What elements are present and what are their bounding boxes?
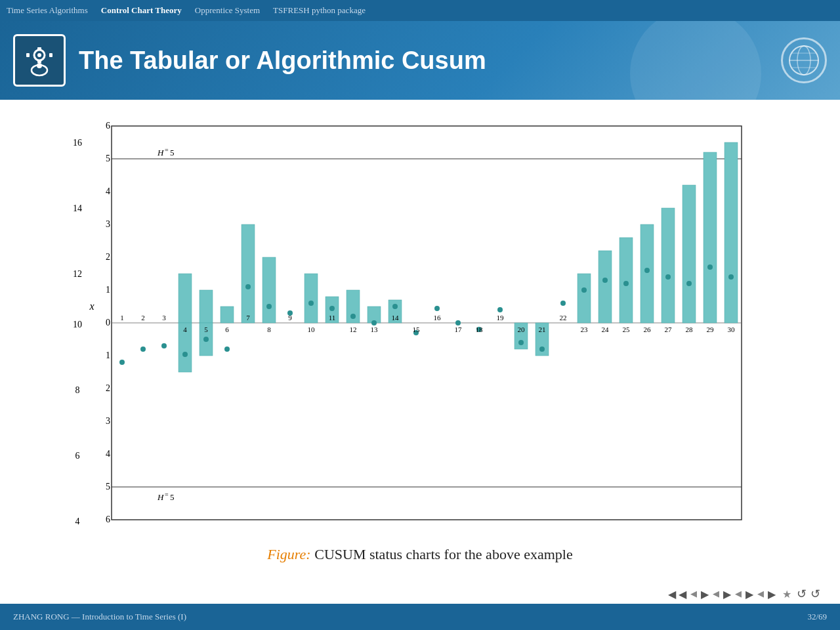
nav-arrow-left1[interactable]: ◀: [668, 588, 676, 600]
svg-point-102: [686, 281, 692, 286]
svg-rect-64: [598, 251, 612, 323]
svg-rect-70: [724, 142, 738, 323]
svg-point-100: [644, 268, 650, 273]
svg-text:5: 5: [170, 148, 175, 158]
svg-point-78: [182, 352, 188, 357]
svg-point-104: [728, 274, 734, 280]
svg-text:2: 2: [106, 252, 110, 262]
svg-text:=: =: [165, 146, 169, 154]
svg-rect-66: [640, 224, 654, 323]
svg-text:H: H: [157, 492, 164, 502]
footer: ZHANG RONG — Introduction to Time Series…: [0, 604, 840, 630]
svg-text:5: 5: [170, 492, 175, 502]
svg-text:21: 21: [539, 326, 546, 333]
cusum-chart: 6 5 4 3 2 1 0 1 2 3 4 5 6 16 14 12 10 8 …: [59, 113, 755, 533]
nav-item-tsfresh[interactable]: TSFRESH python package: [273, 5, 366, 16]
svg-text:14: 14: [392, 314, 400, 322]
svg-point-79: [203, 337, 209, 342]
svg-text:4: 4: [106, 449, 110, 459]
svg-text:4: 4: [106, 186, 110, 196]
svg-text:1: 1: [106, 285, 110, 295]
svg-point-86: [350, 314, 356, 319]
svg-point-2: [37, 53, 41, 57]
main-content: 6 5 4 3 2 1 0 1 2 3 4 5 6 16 14 12 10 8 …: [0, 100, 840, 563]
nav-arrow-right1[interactable]: ◀: [679, 588, 686, 600]
svg-text:24: 24: [602, 326, 610, 333]
svg-text:18: 18: [476, 326, 484, 333]
figure-text: CUSUM status charts for the above exampl…: [314, 546, 572, 562]
svg-text:1: 1: [120, 314, 124, 322]
logo: [13, 34, 66, 87]
svg-text:6: 6: [106, 121, 110, 131]
svg-rect-67: [662, 208, 675, 323]
refresh-icon1[interactable]: ↺: [797, 587, 807, 601]
svg-text:9: 9: [288, 314, 292, 322]
svg-text:14: 14: [73, 203, 82, 213]
nav-arrow-right2[interactable]: ▶: [701, 588, 709, 600]
nav-item-time-series[interactable]: Time Series Algorithms: [7, 5, 88, 16]
svg-point-76: [140, 346, 146, 352]
refresh-icon2[interactable]: ↺: [810, 587, 820, 601]
svg-text:11: 11: [329, 314, 336, 322]
figure-caption: Figure: CUSUM status charts for the abov…: [267, 546, 572, 563]
svg-text:3: 3: [162, 314, 166, 322]
svg-point-8: [37, 63, 42, 68]
svg-rect-55: [220, 306, 234, 323]
svg-text:20: 20: [518, 326, 526, 333]
svg-rect-5: [26, 53, 30, 57]
footer-author: ZHANG RONG — Introduction to Time Series…: [13, 612, 186, 622]
svg-text:8: 8: [75, 385, 80, 395]
svg-text:29: 29: [707, 326, 715, 333]
svg-text:H: H: [157, 148, 164, 158]
nav-item-control-chart[interactable]: Control Chart Theory: [101, 5, 182, 16]
svg-rect-63: [578, 274, 591, 323]
figure-label: Figure:: [267, 546, 310, 562]
svg-point-91: [455, 320, 461, 326]
svg-rect-54: [200, 290, 213, 323]
page-title: The Tabular or Algorithmic Cusum: [79, 47, 781, 75]
nav-arrow-right3[interactable]: ▶: [723, 588, 731, 600]
svg-text:=: =: [165, 491, 169, 498]
globe-icon: [781, 37, 827, 83]
svg-point-77: [161, 343, 167, 348]
svg-text:7: 7: [246, 314, 250, 322]
svg-point-85: [329, 306, 335, 311]
svg-point-103: [707, 264, 713, 270]
nav-arrow-right5[interactable]: ▶: [768, 588, 776, 600]
page-header: The Tabular or Algorithmic Cusum: [0, 21, 840, 100]
svg-text:x: x: [89, 301, 94, 312]
svg-text:16: 16: [434, 314, 442, 322]
svg-text:15: 15: [413, 326, 421, 333]
svg-point-82: [266, 304, 272, 309]
svg-point-75: [119, 360, 125, 365]
top-navigation: Time Series Algorithms Control Chart The…: [0, 0, 840, 21]
svg-rect-57: [262, 257, 276, 323]
svg-point-99: [623, 281, 629, 286]
svg-point-101: [665, 274, 671, 280]
svg-point-90: [434, 306, 440, 311]
svg-text:16: 16: [73, 138, 82, 148]
svg-rect-6: [49, 53, 52, 57]
svg-text:28: 28: [686, 326, 694, 333]
svg-rect-68: [682, 185, 696, 323]
svg-text:0: 0: [106, 318, 110, 327]
svg-text:4: 4: [75, 516, 80, 526]
svg-text:12: 12: [73, 269, 82, 279]
svg-text:1: 1: [106, 350, 110, 360]
svg-text:27: 27: [665, 326, 673, 333]
svg-point-88: [392, 304, 398, 309]
star-icon: ★: [782, 588, 791, 600]
svg-text:2: 2: [141, 314, 145, 322]
svg-rect-4: [37, 60, 41, 63]
svg-point-87: [371, 320, 377, 326]
svg-text:10: 10: [73, 320, 82, 329]
svg-text:5: 5: [204, 326, 208, 333]
nav-item-opprentice[interactable]: Opprentice System: [195, 5, 260, 16]
svg-rect-69: [704, 152, 717, 323]
svg-text:17: 17: [455, 326, 463, 333]
svg-rect-56: [242, 224, 255, 323]
nav-arrow-right4[interactable]: ▶: [746, 588, 753, 600]
svg-text:23: 23: [581, 326, 589, 333]
svg-rect-53: [178, 274, 192, 323]
svg-text:6: 6: [75, 451, 80, 461]
